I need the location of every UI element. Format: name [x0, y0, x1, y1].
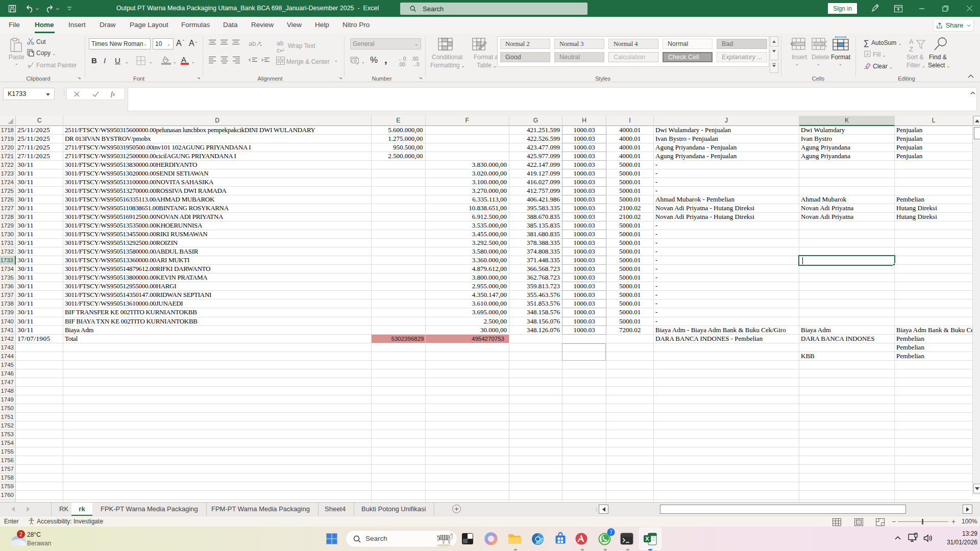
- svg-text:7: 7: [609, 530, 612, 535]
- svg-text:X: X: [645, 536, 649, 542]
- svg-text:2: 2: [19, 531, 22, 537]
